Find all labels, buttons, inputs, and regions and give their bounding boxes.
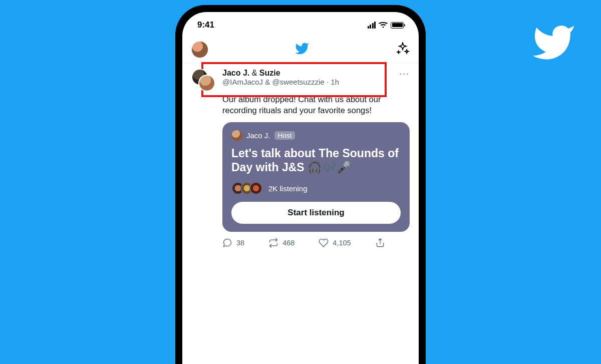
status-bar: 9:41	[182, 12, 419, 38]
like-button[interactable]: 4,105	[319, 238, 351, 248]
heart-icon	[319, 238, 329, 248]
tweet-actions: 38 468 4,105	[222, 238, 410, 248]
twitter-logo-icon[interactable]	[294, 41, 310, 58]
wifi-icon	[379, 22, 388, 29]
battery-icon	[391, 22, 404, 29]
profile-avatar[interactable]	[191, 41, 208, 58]
retweet-button[interactable]: 468	[268, 238, 294, 248]
retweet-icon	[268, 238, 278, 248]
start-listening-button[interactable]: Start listening	[231, 202, 401, 224]
phone-screen: 9:41	[182, 12, 419, 364]
cotweet-avatars[interactable]	[191, 69, 217, 92]
twitter-logo-background	[526, 20, 581, 65]
space-host-name: Jaco J.	[246, 131, 270, 140]
phone-frame: 9:41	[175, 5, 426, 364]
tweet-text: Our album dropped! Chat with us about ou…	[222, 94, 410, 116]
author1-name: Jaco J.	[222, 69, 249, 77]
author2-name: Suzie	[259, 69, 280, 77]
reply-icon	[222, 238, 232, 248]
status-time: 9:41	[197, 20, 214, 30]
reply-count: 38	[236, 239, 244, 247]
space-title: Let's talk about The Sounds of Day with …	[231, 146, 401, 175]
author-names[interactable]: Jaco J. & Suzie	[222, 69, 394, 78]
share-button[interactable]	[375, 238, 385, 248]
retweet-count: 468	[282, 239, 294, 247]
cellular-signal-icon	[368, 22, 376, 29]
status-icons	[368, 22, 404, 29]
tweet-more-button[interactable]: ···	[399, 69, 410, 92]
share-icon	[375, 238, 385, 248]
tweet[interactable]: Jaco J. & Suzie @IAmJacoJ & @sweetsuzzzi…	[182, 63, 419, 255]
space-card[interactable]: Jaco J. Host Let's talk about The Sounds…	[222, 122, 410, 232]
listening-count: 2K listening	[268, 184, 308, 193]
app-header	[182, 38, 419, 63]
sparkle-icon[interactable]	[396, 42, 410, 58]
author-handles[interactable]: @IAmJacoJ & @sweetsuzzzie · 1h	[222, 78, 394, 86]
reply-button[interactable]: 38	[222, 238, 244, 248]
author2-avatar	[198, 75, 215, 92]
like-count: 4,105	[333, 239, 351, 247]
listener-avatars	[231, 182, 262, 195]
host-badge: Host	[274, 131, 295, 140]
space-host-avatar	[231, 130, 242, 141]
